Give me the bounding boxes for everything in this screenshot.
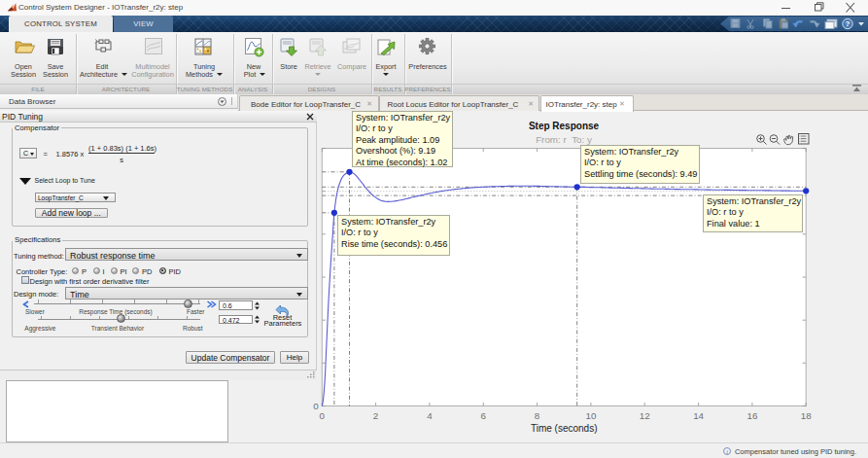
svg-text:2: 2	[373, 410, 378, 421]
svg-text:14: 14	[693, 410, 704, 421]
svg-text:Time (seconds): Time (seconds)	[531, 423, 598, 434]
svg-text:16: 16	[746, 410, 757, 421]
svg-text:8: 8	[535, 410, 540, 421]
svg-text:4: 4	[427, 410, 433, 421]
svg-text:0: 0	[313, 401, 319, 411]
svg-text:?: ?	[846, 19, 851, 28]
svg-text:10: 10	[585, 410, 596, 421]
svg-text:0: 0	[320, 410, 326, 421]
svg-text:18: 18	[801, 410, 812, 421]
svg-text:6: 6	[481, 410, 487, 421]
svg-text:12: 12	[640, 410, 650, 421]
